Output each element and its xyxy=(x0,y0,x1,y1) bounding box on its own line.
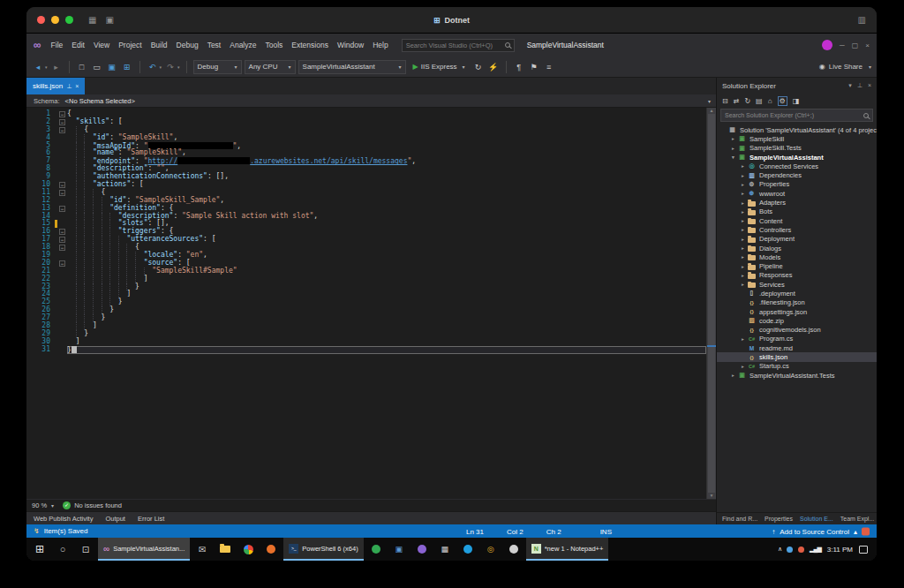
show-whitespace-icon[interactable]: ¶ xyxy=(513,63,525,72)
toggle-sidebar-icon[interactable]: ▥ xyxy=(858,15,866,25)
navigate-forward-icon[interactable]: ▸ xyxy=(50,63,63,72)
window-tile-icon[interactable]: ▣ xyxy=(105,15,113,25)
undo-icon[interactable]: ↶ xyxy=(147,63,159,72)
tree-item-cognitivemodels-json[interactable]: {}cognitivemodels.json xyxy=(717,326,877,335)
sync-icon[interactable]: ⇄ xyxy=(734,97,740,105)
action-center-icon[interactable] xyxy=(859,546,868,554)
expander-icon[interactable]: ▸ xyxy=(739,264,747,269)
code-line[interactable]: 29} xyxy=(26,330,706,338)
issues-indicator[interactable]: ✓ No issues found xyxy=(63,501,122,509)
expander-icon[interactable]: ▸ xyxy=(739,364,747,369)
start-debugging-button[interactable]: ▶IIS Express▾ xyxy=(409,60,470,74)
menu-view[interactable]: View xyxy=(89,38,114,52)
mac-minimize-button[interactable] xyxy=(51,16,59,24)
open-file-icon[interactable]: ▭ xyxy=(91,63,103,72)
mac-close-button[interactable] xyxy=(37,16,45,24)
fold-collapse-icon[interactable]: − xyxy=(57,205,67,213)
tree-item-deployment[interactable]: ▸Deployment xyxy=(717,235,877,244)
taskbar-visual-studio[interactable]: ∞SampleVirtualAssistan... xyxy=(98,538,190,561)
menu-window[interactable]: Window xyxy=(333,38,368,52)
scrollbar-track[interactable] xyxy=(707,114,716,493)
tree-item-appsettings-json[interactable]: {}appsettings.json xyxy=(717,307,877,316)
code-line[interactable]: 25} xyxy=(26,298,706,306)
expander-icon[interactable]: ▸ xyxy=(739,200,747,206)
editor-scrollbar[interactable]: ▲ ▼ xyxy=(706,108,716,499)
fold-collapse-icon[interactable]: − xyxy=(57,118,67,126)
navigate-back-icon[interactable]: ◂ xyxy=(32,63,44,72)
scroll-up-icon[interactable]: ▲ xyxy=(710,108,714,114)
panel-tab-output[interactable]: Output xyxy=(105,515,125,523)
menu-test[interactable]: Test xyxy=(203,38,226,52)
code-line[interactable]: 27} xyxy=(26,314,706,322)
tree-item-controllers[interactable]: ▸Controllers xyxy=(717,225,877,234)
home-icon[interactable]: ⌂ xyxy=(768,97,772,105)
tree-item-deployment[interactable]: .deployment xyxy=(717,289,877,298)
tray-app-icon[interactable] xyxy=(798,547,804,553)
tree-item-samplevirtualassistant-tests[interactable]: ▸SampleVirtualAssistant.Tests xyxy=(717,371,877,380)
code-line[interactable]: 20−"source": [ xyxy=(26,260,706,268)
file-explorer-icon[interactable] xyxy=(214,538,237,561)
undo-icon-dropdown[interactable]: ▾ xyxy=(160,64,162,70)
panel-tab-error-list[interactable]: Error List xyxy=(138,515,164,523)
close-button[interactable]: × xyxy=(865,41,870,49)
network-icon[interactable]: ▂▄▆ xyxy=(810,546,821,553)
show-all-files-icon[interactable]: ▤ xyxy=(756,97,763,105)
code-line[interactable]: 10−"actions": [ xyxy=(26,181,706,189)
pinned-app-icon[interactable] xyxy=(260,538,282,561)
menu-project[interactable]: Project xyxy=(114,38,146,52)
chrome-app-icon[interactable] xyxy=(237,538,260,561)
navigate-back-icon-dropdown[interactable]: ▾ xyxy=(45,64,48,70)
tree-item-wwwroot[interactable]: ▸wwwroot xyxy=(717,189,877,198)
comment-icon[interactable]: ≡ xyxy=(543,63,555,72)
panel-tab-web-publish-activity[interactable]: Web Publish Activity xyxy=(34,515,93,523)
redo-icon-dropdown[interactable]: ▾ xyxy=(177,64,180,70)
fold-collapse-icon[interactable]: − xyxy=(57,110,67,118)
fold-collapse-icon[interactable]: − xyxy=(57,181,67,189)
tree-item-bots[interactable]: ▸Bots xyxy=(717,207,877,216)
tool-tab-find-and-r[interactable]: Find and R... xyxy=(722,516,757,522)
pinned-app-icon[interactable] xyxy=(456,538,479,561)
taskbar-powershell[interactable]: >_PowerShell 6 (x64) xyxy=(283,538,363,561)
menu-debug[interactable]: Debug xyxy=(172,38,203,52)
save-icon[interactable]: ▣ xyxy=(106,63,118,72)
redo-icon[interactable]: ↷ xyxy=(164,63,177,72)
code-line[interactable]: 18−{ xyxy=(26,244,706,252)
expander-icon[interactable]: ▸ xyxy=(729,136,737,141)
pinned-app-icon[interactable]: ▦ xyxy=(433,538,456,561)
tree-item-services[interactable]: ▸Services xyxy=(717,280,877,289)
expander-icon[interactable]: ▸ xyxy=(739,191,747,196)
expander-icon[interactable]: ▾ xyxy=(729,155,737,160)
code-line[interactable]: 24] xyxy=(26,290,706,298)
menu-analyze[interactable]: Analyze xyxy=(225,38,260,52)
close-tab-icon[interactable]: × xyxy=(75,83,79,89)
tree-item-content[interactable]: ▸Content xyxy=(717,216,877,225)
start-button[interactable]: ⊞ xyxy=(28,538,51,561)
tree-item-dialogs[interactable]: ▸Dialogs xyxy=(717,244,877,253)
fold-collapse-icon[interactable]: − xyxy=(57,228,67,236)
tree-item-startup-cs[interactable]: ▸C#Startup.cs xyxy=(717,362,877,371)
fold-collapse-icon[interactable]: − xyxy=(57,126,67,134)
pinned-app-icon[interactable]: ◎ xyxy=(479,538,502,561)
fold-collapse-icon[interactable]: − xyxy=(57,236,67,244)
tool-tab-solution-e[interactable]: Solution E... xyxy=(800,516,833,522)
code-line[interactable]: 26} xyxy=(26,306,706,314)
menu-tools[interactable]: Tools xyxy=(260,38,287,52)
tab-skills-json[interactable]: skills.json ⊥ × xyxy=(26,78,85,94)
feedback-icon[interactable] xyxy=(862,527,870,535)
tree-item-connected-services[interactable]: ▸Connected Services xyxy=(717,162,877,170)
code-line[interactable]: 28] xyxy=(26,322,706,330)
refresh-icon[interactable]: ↻ xyxy=(744,97,750,105)
tray-expand-icon[interactable]: ∧ xyxy=(778,546,781,553)
tree-item-program-cs[interactable]: ▸C#Program.cs xyxy=(717,335,877,343)
expander-icon[interactable]: ▸ xyxy=(739,163,747,169)
window-menu-icon[interactable]: ▾ xyxy=(848,82,852,89)
startup-projects-combo[interactable]: SampleVirtualAssistant▾ xyxy=(298,60,406,74)
clock[interactable]: 3:11 PM xyxy=(827,546,853,554)
tree-item-pipeline[interactable]: ▸Pipeline xyxy=(717,261,877,270)
code-line[interactable]: 17−"utteranceSources": [ xyxy=(26,236,706,244)
user-avatar[interactable] xyxy=(822,40,832,50)
view-grid-icon[interactable]: ▦ xyxy=(88,15,96,25)
tree-item-solution-samplevirtualassistant-4-of-4-projects[interactable]: Solution 'SampleVirtualAssistant' (4 of … xyxy=(717,125,877,134)
tree-item-code-zip[interactable]: code.zip xyxy=(717,316,877,325)
code-line[interactable]: 21"SampleSkill#Sample" xyxy=(26,268,706,275)
